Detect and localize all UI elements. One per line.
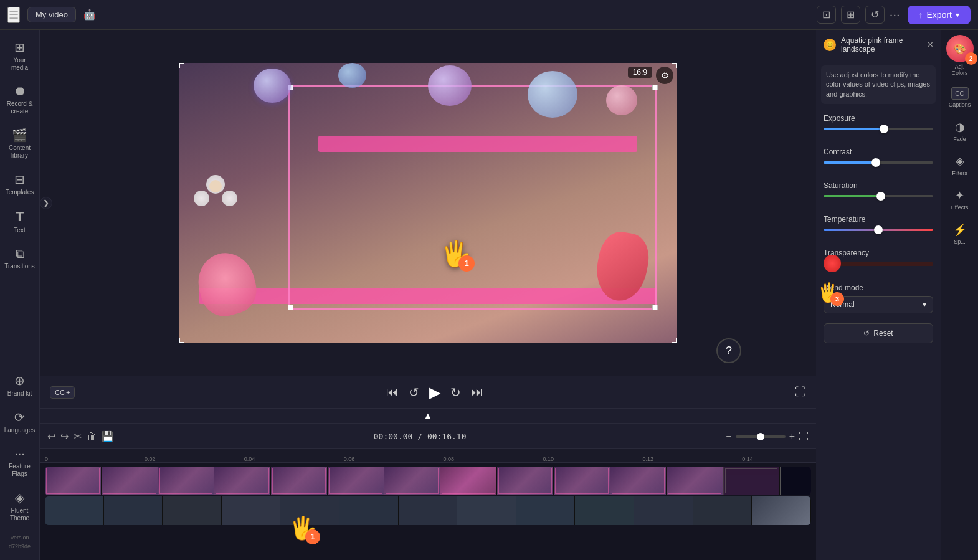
fade-label: Fade (953, 136, 966, 142)
preview-area: ❯ (40, 30, 816, 560)
zoom-in-button[interactable]: + (789, 431, 795, 442)
video-thumbnails (45, 496, 811, 525)
saturation-thumb[interactable] (876, 192, 885, 201)
sidebar-item-version: Version d72b9de (2, 529, 37, 555)
corner-handle-tr (652, 85, 658, 90)
feature-flags-icon: ··· (14, 447, 25, 461)
icon-item-effects[interactable]: ✦ Effects (943, 185, 977, 214)
tutorial-step1-cursor: 🖐 1 (440, 239, 472, 268)
text-label: Text (14, 227, 25, 234)
canvas-corner-tl (179, 63, 184, 68)
bubble-3 (428, 65, 472, 106)
sidebar-item-content-library[interactable]: 🎬 Content library (2, 123, 37, 164)
topbar: ☰ My video 🤖 ⊡ ⊞ ↺ ··· ↑ Export ▾ (0, 0, 978, 30)
transparency-handle[interactable]: 🖐 3 (824, 255, 841, 272)
ruler-mark-04: 0:04 (244, 456, 255, 462)
sidebar-item-your-media[interactable]: ⊞ Your media (2, 35, 37, 77)
hamburger-menu[interactable]: ☰ (7, 7, 20, 23)
tutorial-timeline-cursor: 🖐 1 (289, 515, 317, 541)
frame-thumb-2 (102, 467, 158, 495)
adjust-panel-title: Aquatic pink frame landscape (841, 36, 923, 54)
languages-label: Languages (4, 427, 36, 434)
video-thumb-1 (45, 496, 104, 525)
rewind-button[interactable]: ↺ (409, 385, 419, 400)
skip-back-button[interactable]: ⏮ (386, 385, 399, 399)
sidebar-item-feature-flags[interactable]: ··· Feature Flags (2, 442, 37, 483)
filters-label: Filters (952, 170, 967, 176)
video-canvas[interactable]: ⚙ 16:9 🖐 1 (179, 63, 677, 343)
effects-icon: ✦ (955, 189, 964, 202)
undo-button[interactable]: ↩ (47, 430, 55, 442)
sidebar-item-templates[interactable]: ⊟ Templates (2, 167, 37, 201)
redo-button[interactable]: ↪ (60, 430, 69, 442)
video-thumb-8 (457, 496, 516, 525)
resize-tool[interactable]: ⊞ (841, 6, 860, 24)
sidebar-item-brand-kit[interactable]: ⊕ Brand kit (2, 368, 37, 402)
bubble-5 (606, 85, 637, 115)
zoom-slider[interactable] (736, 435, 786, 438)
sidebar-item-text[interactable]: T Text (2, 204, 37, 239)
exposure-thumb[interactable] (880, 125, 888, 133)
exposure-slider[interactable] (824, 128, 933, 130)
save-button[interactable]: 💾 (102, 430, 114, 442)
forward-button[interactable]: ↻ (450, 385, 461, 400)
expand-timeline-button[interactable]: ⛶ (799, 431, 809, 442)
icon-item-speed[interactable]: ⚡ Sp... (943, 219, 977, 249)
skip-forward-button[interactable]: ⏭ (471, 385, 483, 399)
timeline-tracks: 🖐 1 (40, 463, 816, 560)
contrast-slider[interactable] (824, 161, 933, 164)
help-button[interactable]: ? (716, 338, 741, 363)
rotate-tool[interactable]: ↺ (865, 6, 885, 24)
reset-button[interactable]: ↺ Reset (824, 323, 933, 343)
left-sidebar: ⊞ Your media ⏺ Record &create 🎬 Content … (0, 30, 40, 560)
sidebar-item-record[interactable]: ⏺ Record &create (2, 79, 37, 120)
temperature-label: Temperature (824, 215, 933, 224)
video-thumb-11 (634, 496, 693, 525)
cut-button[interactable]: ✂ (74, 430, 82, 442)
adjust-colors-button[interactable]: 🎨 2 (946, 35, 974, 62)
corner-handle-bl (288, 305, 293, 310)
sidebar-item-languages[interactable]: ⟳ Languages (2, 405, 37, 439)
transparency-slider[interactable]: 🖐 3 (824, 262, 933, 266)
delete-button[interactable]: 🗑 (87, 431, 97, 442)
canvas-settings-icon[interactable]: ⚙ (656, 67, 673, 84)
effects-label: Effects (951, 204, 968, 211)
filters-icon: ◈ (956, 154, 964, 168)
sidebar-item-transitions[interactable]: ⧉ Transitions (2, 242, 37, 275)
controls-left: CC + (50, 386, 75, 399)
timeline: ↩ ↪ ✂ 🗑 💾 00:00.00 / 00:16.10 − + ⛶ (40, 423, 816, 560)
play-button[interactable]: ▶ (429, 384, 440, 401)
temperature-thumb[interactable] (874, 225, 883, 234)
fluent-theme-label: Fluent Theme (6, 507, 34, 522)
crop-tool[interactable]: ⊡ (817, 6, 836, 24)
icon-item-captions[interactable]: CC Captions (943, 83, 977, 112)
project-title[interactable]: My video (27, 7, 76, 22)
ruler-mark-0: 0 (45, 456, 48, 462)
sidebar-item-fluent-theme[interactable]: ◈ Fluent Theme (2, 485, 37, 527)
contrast-thumb[interactable] (871, 158, 880, 167)
video-track[interactable] (45, 496, 811, 525)
contrast-label: Contrast (824, 148, 933, 156)
temperature-slider[interactable] (824, 229, 933, 231)
fullscreen-button[interactable]: ⛶ (795, 386, 806, 399)
reset-icon: ↺ (863, 329, 870, 338)
cc-button[interactable]: CC + (50, 386, 75, 399)
adjust-close-button[interactable]: × (928, 39, 933, 50)
text-icon: T (16, 209, 24, 225)
topbar-tools: ⊡ ⊞ ↺ ··· (817, 6, 900, 24)
time-display: 00:00.00 / 00:16.10 (119, 432, 721, 441)
more-tools[interactable]: ··· (890, 7, 900, 22)
collapse-sidebar-btn[interactable]: ❯ (40, 197, 52, 209)
icon-item-filters[interactable]: ◈ Filters (943, 151, 977, 180)
speed-label: Sp... (954, 239, 966, 245)
timeline-collapse[interactable]: ▲ (40, 408, 816, 423)
help-icon: ? (726, 344, 732, 358)
templates-label: Templates (6, 189, 34, 196)
frame-track[interactable] (45, 467, 811, 495)
icon-item-fade[interactable]: ◑ Fade (943, 116, 977, 146)
saturation-slider[interactable] (824, 195, 933, 197)
export-button[interactable]: ↑ Export ▾ (908, 6, 971, 24)
zoom-out-button[interactable]: − (726, 431, 731, 442)
export-icon: ↑ (919, 10, 923, 20)
adjust-header-icon: 😊 (824, 39, 836, 51)
